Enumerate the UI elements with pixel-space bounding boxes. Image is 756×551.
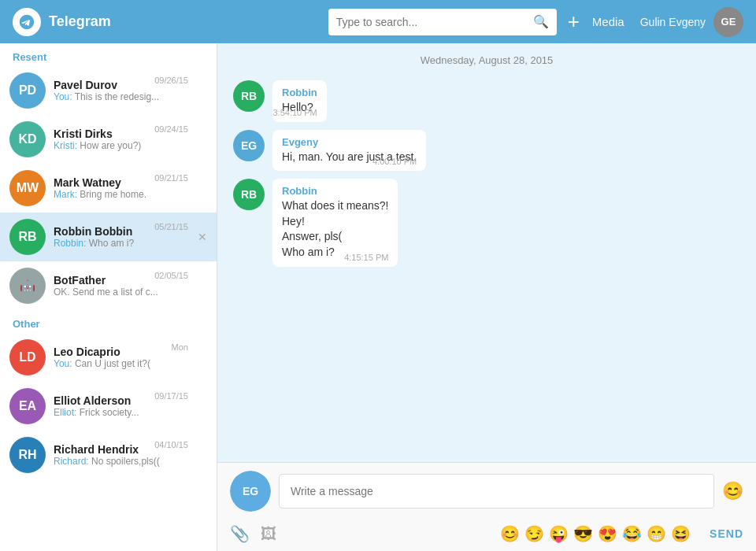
- emoji-row: 😊😏😜😎😍😂😁😆: [500, 524, 691, 543]
- chat-item-robbin[interactable]: RBRobbin BobbinRobbin: Who am i?05/21/15…: [0, 213, 217, 261]
- emoji-btn-5[interactable]: 😂: [622, 524, 642, 543]
- input-area: EG 😊 📎 🖼 😊😏😜😎😍😂😁😆 SEND: [217, 462, 756, 551]
- msg-bubble-msg2: EvgenyHi, man. You are just a test.4:00:…: [272, 130, 426, 172]
- search-icon: 🔍: [533, 14, 549, 29]
- message-input[interactable]: [279, 474, 714, 508]
- msg-avatar-msg3: RB: [233, 179, 265, 210]
- message-row-msg2: EGEvgenyHi, man. You are just a test.4:0…: [233, 130, 740, 172]
- chat-item-elliot[interactable]: EAElliot AldersonElliot: Frick society..…: [0, 382, 217, 431]
- chat-item-richard[interactable]: RHRichard HendrixRichard: No spoilers,pl…: [0, 431, 217, 479]
- chat-avatar-kristi: KD: [9, 121, 46, 157]
- msg-bubble-msg3: RobbinWhat does it means?!Hey!Answer, pl…: [272, 179, 398, 266]
- add-button[interactable]: +: [568, 9, 580, 34]
- chat-date-pavel: 09/26/15: [154, 76, 188, 85]
- chat-avatar-pavel: PD: [9, 72, 46, 109]
- attach-button[interactable]: 📎: [230, 524, 250, 543]
- msg-avatar-msg1: RB: [233, 80, 265, 112]
- search-bar[interactable]: 🔍: [328, 9, 557, 35]
- msg-text-msg3-2: Answer, pls(: [282, 229, 388, 245]
- app-title: Telegram: [49, 13, 328, 30]
- media-button[interactable]: Media: [592, 15, 624, 28]
- chat-avatar-richard: RH: [9, 437, 46, 473]
- chat-preview-botfather: OK. Send me a list of c...: [54, 287, 207, 298]
- messages-container: RBRobbinHello?3:54:10 PMEGEvgenyHi, man.…: [217, 72, 756, 462]
- recent-section-label: Resent: [0, 43, 217, 66]
- main-layout: Resent PDPavel DurovYou: This is the red…: [0, 43, 756, 551]
- emoji-btn-2[interactable]: 😜: [549, 524, 569, 543]
- chat-avatar-elliot: EA: [9, 388, 46, 424]
- send-button[interactable]: SEND: [710, 527, 743, 540]
- message-row-msg3: RBRobbinWhat does it means?!Hey!Answer, …: [233, 179, 740, 266]
- chat-date-mark: 09/21/15: [154, 173, 188, 183]
- chat-preview-kristi: Kristi: How are you?): [54, 140, 207, 151]
- app-logo: [13, 8, 41, 36]
- chat-close-robbin[interactable]: ✕: [198, 231, 207, 243]
- chat-date-elliot: 09/17/15: [154, 391, 188, 401]
- emoji-btn-7[interactable]: 😆: [671, 524, 691, 543]
- message-row-msg1: RBRobbinHello?3:54:10 PM: [233, 80, 740, 122]
- chat-avatar-mark: MW: [9, 170, 46, 206]
- chat-preview-richard: Richard: No spoilers,pls((: [54, 456, 207, 467]
- msg-sender-msg1: Robbin: [282, 87, 317, 98]
- emoji-btn-3[interactable]: 😎: [573, 524, 593, 543]
- chat-date-botfather: 02/05/15: [154, 271, 188, 280]
- chat-date-richard: 04/10/15: [154, 440, 188, 449]
- chat-item-mark[interactable]: MWMark WatneyMark: Bring me home.09/21/1…: [0, 164, 217, 213]
- user-avatar[interactable]: GE: [713, 7, 743, 37]
- emoji-btn-6[interactable]: 😁: [647, 524, 666, 543]
- emoji-picker-button[interactable]: 😊: [722, 481, 743, 501]
- chat-preview-mark: Mark: Bring me home.: [54, 189, 207, 200]
- input-row: EG 😊: [217, 463, 756, 520]
- chat-item-leo[interactable]: LDLeo DicaprioYou: Can U just get it?(Mo…: [0, 333, 217, 382]
- chat-item-botfather[interactable]: 🤖BotFatherOK. Send me a list of c...02/0…: [0, 261, 217, 310]
- app-header: Telegram 🔍 + Media Gulin Evgeny GE: [0, 0, 756, 43]
- chat-item-kristi[interactable]: KDKristi DirksKristi: How are you?)09/24…: [0, 115, 217, 164]
- chat-date-robbin: 05/21/15: [154, 222, 188, 231]
- chat-date-leo: Mon: [172, 342, 188, 352]
- msg-text-msg3-1: Hey!: [282, 214, 388, 230]
- msg-bubble-msg1: RobbinHello?3:54:10 PM: [272, 80, 327, 122]
- chat-preview-pavel: You: This is the redesig...: [54, 91, 207, 102]
- search-input[interactable]: [336, 16, 528, 28]
- chat-avatar-botfather: 🤖: [9, 268, 46, 304]
- image-button[interactable]: 🖼: [261, 525, 276, 543]
- input-user-avatar: EG: [230, 471, 271, 512]
- msg-text-msg3-0: What does it means?!: [282, 198, 388, 214]
- chat-area: Wednesday, August 28, 2015 RBRobbinHello…: [217, 43, 756, 551]
- other-section-label: Other: [0, 310, 217, 333]
- msg-time-msg1: 3:54:10 PM: [273, 108, 317, 117]
- msg-avatar-msg2: EG: [233, 130, 265, 161]
- chat-avatar-robbin: RB: [9, 219, 46, 255]
- emoji-btn-1[interactable]: 😏: [524, 524, 544, 543]
- emoji-btn-0[interactable]: 😊: [500, 524, 520, 543]
- recent-chat-list: PDPavel DurovYou: This is the redesig...…: [0, 66, 217, 310]
- msg-time-msg2: 4:00:10 PM: [372, 157, 417, 166]
- chat-preview-robbin: Robbin: Who am i?: [54, 238, 207, 249]
- chat-preview-leo: You: Can U just get it?(: [54, 358, 207, 369]
- chat-date-kristi: 09/24/15: [154, 124, 188, 134]
- msg-sender-msg2: Evgeny: [282, 136, 417, 148]
- emoji-btn-4[interactable]: 😍: [598, 524, 617, 543]
- chat-item-pavel[interactable]: PDPavel DurovYou: This is the redesig...…: [0, 66, 217, 115]
- sidebar: Resent PDPavel DurovYou: This is the red…: [0, 43, 217, 551]
- user-name: Gulin Evgeny: [640, 16, 706, 28]
- msg-sender-msg3: Robbin: [282, 185, 388, 197]
- toolbar-row: 📎 🖼 😊😏😜😎😍😂😁😆 SEND: [217, 520, 756, 551]
- chat-preview-elliot: Elliot: Frick society...: [54, 407, 207, 418]
- date-divider: Wednesday, August 28, 2015: [217, 43, 756, 72]
- other-chat-list: LDLeo DicaprioYou: Can U just get it?(Mo…: [0, 333, 217, 479]
- chat-avatar-leo: LD: [9, 339, 46, 375]
- msg-time-msg3: 4:15:15 PM: [344, 253, 388, 262]
